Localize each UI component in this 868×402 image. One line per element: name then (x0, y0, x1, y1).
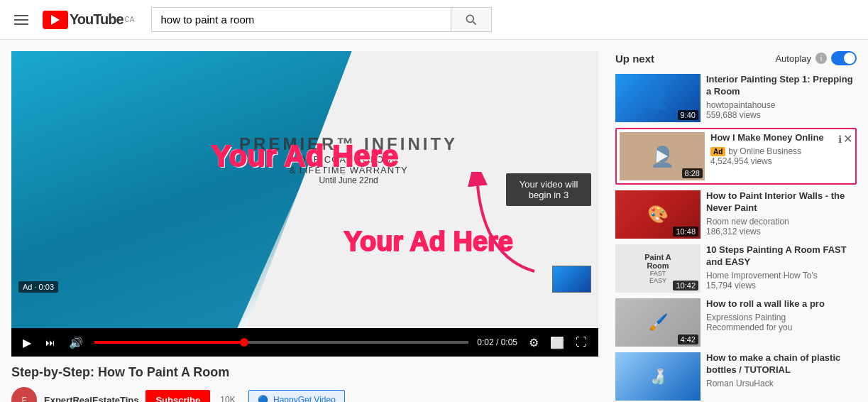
brand-desc3: Until June 22nd (239, 175, 458, 185)
video-section: PREMIER™ INFINITY ONE-COAT COLOUR & LIFE… (11, 51, 598, 402)
sidebar-title-5: How to roll a wall like a pro (706, 298, 857, 310)
ad-title-row: How I Make Money Online ℹ ✕ (710, 132, 852, 146)
thumb-duration-3: 10:48 (673, 227, 698, 237)
sidebar-title-6: How to make a chain of plastic bottles /… (706, 352, 857, 376)
sidebar-channel-2: Adby Online Business (710, 146, 852, 156)
volume-button[interactable]: 🔊 (66, 335, 86, 351)
sidebar-video-6[interactable]: 🍶 How to make a chain of plastic bottles… (615, 352, 857, 401)
ad-close-button[interactable]: ✕ (843, 132, 852, 146)
yt-wordmark: YouTube (70, 11, 123, 28)
controls-right: ⚙ ⬜ ⛶ (526, 335, 590, 351)
video-background: PREMIER™ INFINITY ONE-COAT COLOUR & LIFE… (11, 51, 598, 328)
toggle-knob (844, 53, 855, 64)
happyget-label: HappyGet Video (273, 395, 336, 402)
autoplay-label: Autoplay (775, 53, 811, 64)
ad-info-button[interactable]: ℹ (838, 134, 842, 145)
sidebar-channel-6: Roman UrsuHack (706, 379, 857, 389)
ad-icons: ℹ ✕ (838, 132, 852, 146)
sidebar-title-1: Interior Painting Step 1: Prepping a Roo… (706, 74, 857, 98)
next-video-thumb (552, 266, 591, 293)
sidebar-thumb-4: Paint A Room FAST EASY 10:42 (615, 244, 701, 293)
sidebar-views-1: 559,688 views (706, 110, 857, 120)
miniplayer-button[interactable]: ⬜ (547, 335, 567, 351)
channel-name[interactable]: ExpertRealEstateTips (44, 395, 138, 403)
sidebar-thumb-3: 🎨 10:48 (615, 190, 701, 239)
autoplay-toggle[interactable] (831, 51, 857, 65)
happyget-icon: 🔵 (258, 395, 268, 402)
sidebar-video-5[interactable]: 🖌️ 4:42 How to roll a wall like a pro Ex… (615, 298, 857, 347)
sidebar-thumb-1: 👤 9:40 (615, 74, 701, 122)
red-arrow (463, 172, 556, 286)
sidebar-info-2: How I Make Money Online ℹ ✕ Adby Online … (710, 132, 852, 180)
yt-play-icon (43, 11, 68, 29)
up-next-label: Up next (615, 53, 654, 65)
sidebar-channel-5: Expressions Painting (706, 313, 857, 322)
thumb-duration-1: 9:40 (678, 110, 698, 120)
svg-point-0 (467, 15, 474, 22)
play-icon-2 (657, 150, 668, 163)
sidebar-video-3[interactable]: 🎨 10:48 How to Paint Interior Walls - th… (615, 190, 857, 239)
video-info: Step-by-Step: How To Paint A Room E Expe… (11, 357, 598, 402)
play-button[interactable]: ▶ (20, 335, 34, 351)
sidebar-video-2-ad[interactable]: 👤 8:28 How I Make Money Online ℹ ✕ Adby … (615, 128, 857, 185)
time-display: 0:02 / 0:05 (477, 337, 517, 347)
hamburger-menu[interactable] (11, 12, 31, 28)
youtube-logo[interactable]: YouTubeCA (43, 11, 134, 29)
ad-badge: Ad (710, 147, 725, 156)
your-ad-here-top: Your Ad Here (211, 139, 399, 173)
sidebar-video-4[interactable]: Paint A Room FAST EASY 10:42 10 Steps Pa… (615, 244, 857, 293)
sidebar-channel-1: howtopaintahouse (706, 100, 857, 110)
header-left: YouTubeCA (11, 11, 134, 29)
search-input[interactable] (151, 7, 451, 32)
sidebar-info-3: How to Paint Interior Walls - the Never … (706, 190, 857, 239)
video-title: Step-by-Step: How To Paint A Room (11, 365, 598, 380)
sidebar-header: Up next Autoplay i (615, 51, 857, 65)
thumb-duration-2: 8:28 (682, 168, 703, 178)
sidebar-info-1: Interior Painting Step 1: Prepping a Roo… (706, 74, 857, 122)
progress-fill (94, 341, 244, 344)
yt-region: CA (125, 16, 135, 23)
progress-bar[interactable] (94, 341, 468, 344)
header: YouTubeCA (0, 0, 868, 40)
video-player[interactable]: PREMIER™ INFINITY ONE-COAT COLOUR & LIFE… (11, 51, 598, 328)
sidebar-title-4: 10 Steps Painting A Room FAST and EASY (706, 244, 857, 268)
search-icon (464, 13, 478, 27)
fullscreen-button[interactable]: ⛶ (573, 335, 590, 350)
sidebar-thumb-2: 👤 8:28 (620, 132, 705, 180)
autoplay-info-button[interactable]: i (815, 53, 827, 64)
sidebar-video-1[interactable]: 👤 9:40 Interior Painting Step 1: Preppin… (615, 74, 857, 122)
next-button[interactable]: ⏭ (43, 336, 57, 349)
sidebar-views-3: 186,312 views (706, 227, 857, 237)
search-bar (151, 7, 492, 32)
search-button[interactable] (451, 7, 492, 32)
sidebar-info-6: How to make a chain of plastic bottles /… (706, 352, 857, 401)
sidebar-channel-3: Room new decoration (706, 217, 857, 227)
autoplay-row: Autoplay i (775, 51, 857, 65)
ad-label: Ad · 0:03 (18, 281, 58, 293)
happyget-button[interactable]: 🔵 HappyGet Video (248, 390, 345, 402)
settings-button[interactable]: ⚙ (526, 335, 542, 351)
sidebar-thumb-5: 🖌️ 4:42 (615, 298, 701, 347)
channel-row: E ExpertRealEstateTips Subscribe 10K 🔵 H… (11, 387, 598, 402)
sidebar-thumb-6: 🍶 (615, 352, 701, 401)
sidebar-info-5: How to roll a wall like a pro Expression… (706, 298, 857, 347)
sidebar-views-4: 15,794 views (706, 281, 857, 290)
thumb-duration-4: 10:42 (673, 281, 698, 290)
thumb-duration-5: 4:42 (678, 335, 698, 344)
sidebar: Up next Autoplay i 👤 9:40 Interior Paint… (615, 51, 857, 402)
main-container: PREMIER™ INFINITY ONE-COAT COLOUR & LIFE… (0, 40, 868, 402)
sidebar-views-5: Recommended for you (706, 322, 857, 332)
svg-line-1 (473, 21, 477, 25)
subscribe-button[interactable]: Subscribe (145, 390, 210, 403)
video-controls: ▶ ⏭ 🔊 0:02 / 0:05 ⚙ ⬜ ⛶ (11, 328, 598, 357)
sidebar-info-4: 10 Steps Painting A Room FAST and EASY H… (706, 244, 857, 293)
progress-dot (240, 338, 248, 347)
sidebar-channel-4: Home Improvement How To's (706, 271, 857, 281)
sidebar-title-2: How I Make Money Online (710, 132, 824, 144)
sidebar-views-2: 4,524,954 views (710, 156, 852, 166)
channel-avatar: E (11, 387, 37, 402)
subscriber-count: 10K (220, 395, 235, 402)
sidebar-title-3: How to Paint Interior Walls - the Never … (706, 190, 857, 214)
